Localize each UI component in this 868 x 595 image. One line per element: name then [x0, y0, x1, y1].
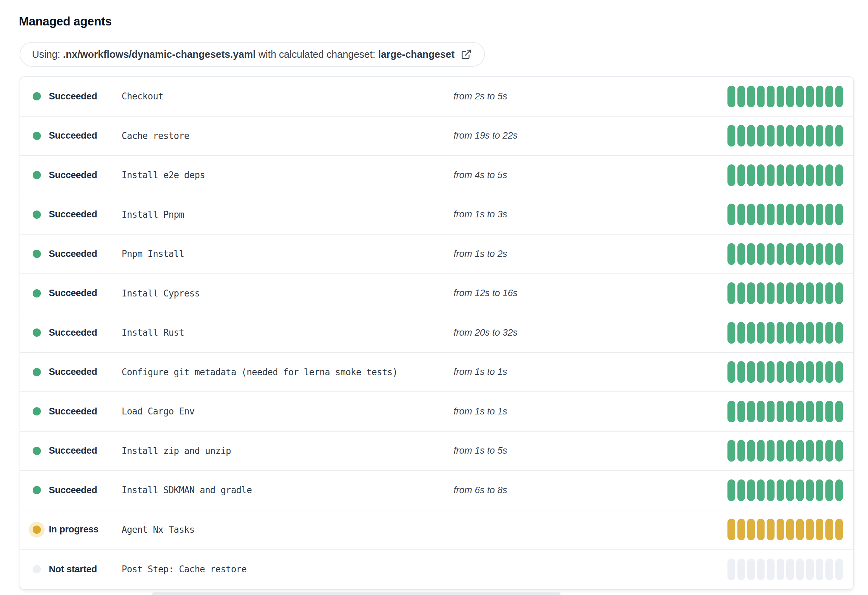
progress-segment	[816, 440, 824, 462]
progress-segment	[796, 361, 804, 383]
progress-segment	[786, 243, 794, 265]
status-label: Succeeded	[49, 446, 97, 456]
progress-segment	[737, 125, 745, 147]
agent-step-row[interactable]: Succeeded Install e2e deps from 4s to 5s	[20, 156, 853, 195]
progress-segment	[747, 322, 755, 343]
progress-segment	[836, 86, 843, 107]
progress-segment	[816, 558, 824, 580]
status-cell: Succeeded	[20, 367, 122, 377]
progress-segment	[816, 480, 824, 501]
progress-segment	[776, 283, 784, 304]
progress-segment	[767, 164, 775, 186]
agent-step-row[interactable]: Succeeded Install Pnpm from 1s to 3s	[20, 195, 853, 235]
status-dot-icon	[32, 447, 41, 455]
progress-segment	[747, 204, 755, 225]
agent-step-row[interactable]: Not started Post Step: Cache restore	[20, 550, 853, 589]
progress-segment	[806, 86, 814, 107]
status-label: Succeeded	[49, 170, 97, 181]
status-cell: Succeeded	[20, 406, 122, 417]
step-name: Load Cargo Env	[122, 406, 453, 416]
progress-segment	[767, 243, 775, 265]
progress-segment	[825, 86, 833, 107]
status-label: Succeeded	[49, 249, 97, 259]
agent-step-row[interactable]: Succeeded Cache restore from 19s to 22s	[20, 117, 853, 156]
progress-segment	[728, 283, 735, 304]
progress-segment	[728, 86, 735, 107]
step-name: Pnpm Install	[122, 249, 453, 259]
progress-segment	[836, 204, 843, 225]
step-name: Install Rust	[122, 327, 453, 338]
agent-step-row[interactable]: Succeeded Install zip and unzip from 1s …	[20, 432, 853, 471]
agent-step-row[interactable]: Succeeded Install Cypress from 12s to 16…	[20, 274, 853, 314]
progress-segment	[836, 519, 843, 540]
agent-step-row[interactable]: In progress Agent Nx Tasks	[20, 511, 853, 550]
progress-segment	[767, 125, 775, 147]
step-name: Install Pnpm	[122, 209, 453, 220]
agent-step-row[interactable]: Succeeded Configure git metadata (needed…	[20, 353, 853, 392]
duration-range: from 1s to 5s	[453, 446, 728, 456]
progress-segment	[825, 243, 833, 265]
step-name: Post Step: Cache restore	[122, 564, 453, 574]
progress-segment	[825, 204, 833, 225]
duration-range: from 19s to 22s	[453, 130, 728, 141]
agent-step-row[interactable]: Succeeded Pnpm Install from 1s to 2s	[20, 235, 853, 274]
progress-segment	[816, 243, 824, 265]
progress-segment	[816, 283, 824, 304]
duration-range: from 1s to 1s	[453, 406, 728, 417]
status-dot-icon	[32, 250, 41, 258]
progress-segment	[796, 86, 804, 107]
progress-segment	[776, 125, 784, 147]
agents-progress-bar	[728, 125, 843, 147]
agent-step-row[interactable]: Succeeded Load Cargo Env from 1s to 1s	[20, 392, 853, 432]
progress-segment	[825, 558, 833, 580]
progress-segment	[737, 519, 745, 540]
progress-segment	[767, 558, 775, 580]
progress-segment	[728, 361, 735, 383]
external-link-icon	[461, 49, 472, 60]
status-label: In progress	[49, 524, 99, 535]
agents-progress-bar	[728, 164, 843, 186]
progress-segment	[796, 204, 804, 225]
status-dot-icon	[32, 565, 41, 573]
progress-segment	[757, 519, 765, 540]
progress-segment	[757, 125, 765, 147]
progress-segment	[757, 558, 765, 580]
progress-segment	[728, 440, 735, 462]
banner-prefix: Using:	[32, 49, 63, 60]
status-cell: Succeeded	[20, 288, 122, 299]
progress-segment	[757, 480, 765, 501]
progress-segment	[747, 480, 755, 501]
progress-segment	[796, 440, 804, 462]
step-name: Cache restore	[122, 131, 453, 141]
status-dot-icon	[32, 407, 41, 416]
progress-segment	[747, 401, 755, 422]
status-label: Succeeded	[49, 327, 97, 338]
workflow-banner-link[interactable]: Using: .nx/workflows/dynamic-changesets.…	[19, 42, 485, 67]
status-cell: Succeeded	[20, 91, 122, 102]
progress-segment	[806, 204, 814, 225]
progress-segment	[776, 243, 784, 265]
progress-segment	[776, 558, 784, 580]
progress-segment	[806, 480, 814, 501]
progress-segment	[796, 558, 804, 580]
progress-segment	[796, 480, 804, 501]
progress-segment	[728, 243, 735, 265]
progress-segment	[737, 322, 745, 343]
agent-step-row[interactable]: Succeeded Install Rust from 20s to 32s	[20, 313, 853, 353]
progress-segment	[747, 361, 755, 383]
status-cell: Succeeded	[20, 485, 122, 496]
status-label: Succeeded	[49, 288, 97, 299]
progress-segment	[816, 86, 824, 107]
progress-segment	[836, 401, 843, 422]
progress-segment	[728, 322, 735, 343]
progress-segment	[786, 440, 794, 462]
agent-step-row[interactable]: Succeeded Install SDKMAN and gradle from…	[20, 471, 853, 511]
status-dot-icon	[32, 368, 41, 376]
progress-segment	[728, 164, 735, 186]
progress-segment	[757, 86, 765, 107]
agent-step-row[interactable]: Succeeded Checkout from 2s to 5s	[20, 77, 853, 117]
agents-progress-bar	[728, 480, 843, 501]
changeset-name: large-changeset	[378, 49, 454, 60]
progress-segment	[737, 361, 745, 383]
progress-segment	[747, 243, 755, 265]
